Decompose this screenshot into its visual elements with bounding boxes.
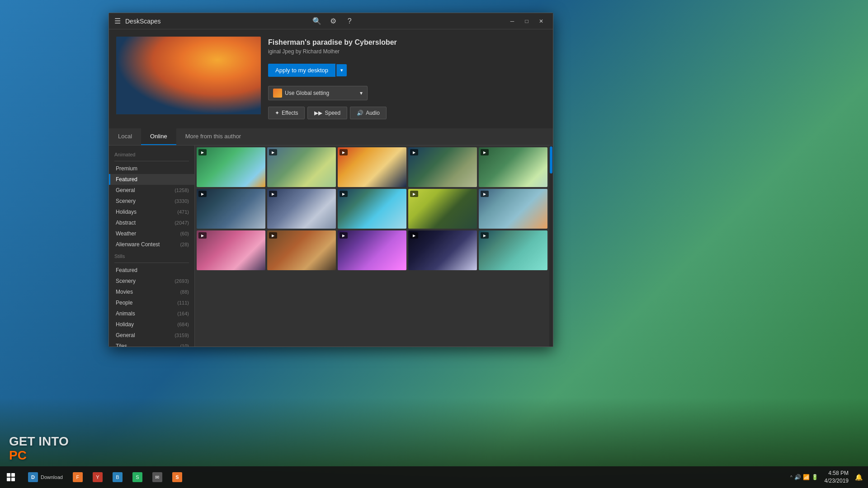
maximize-button[interactable]: □ — [520, 16, 533, 27]
sidebar-item-weather[interactable]: Weather (60) — [109, 228, 194, 239]
help-icon-btn[interactable]: ? — [343, 15, 356, 28]
taskbar-item-3[interactable]: Y — [88, 468, 107, 486]
settings-icon-btn[interactable]: ⚙ — [327, 15, 340, 28]
sidebar-item-abstract[interactable]: Abstract (2047) — [109, 217, 194, 228]
grid-item-10[interactable]: ▶ — [479, 189, 547, 229]
taskbar-tray: ^ 🔊 📶 🔋 — [790, 474, 818, 480]
sidebar-item-scenery-stills[interactable]: Scenery (2693) — [109, 276, 194, 286]
apply-button[interactable]: Apply to my desktop — [268, 64, 335, 77]
taskbar-item-mail[interactable]: ✉ — [148, 468, 167, 486]
grid-item-3[interactable]: ▶ — [338, 147, 406, 187]
taskbar-item-app[interactable]: S — [168, 468, 187, 486]
taskbar-icon-3: Y — [93, 472, 103, 482]
content-grid[interactable]: ▶ ▶ ▶ ▶ ▶ — [195, 145, 549, 347]
grid-item-1-image — [197, 147, 265, 187]
taskbar-clock[interactable]: 4:58 PM 4/23/2019 — [821, 469, 852, 485]
sidebar-count-scenery-animated: (3330) — [175, 198, 189, 204]
sidebar-item-featured-animated[interactable]: Featured — [109, 174, 194, 185]
video-icon-15: ▶ — [483, 234, 486, 238]
global-setting-label: Use Global setting — [285, 90, 329, 96]
audio-icon: 🔊 — [357, 110, 363, 116]
sidebar-item-holiday-stills[interactable]: Holiday (684) — [109, 319, 194, 330]
grid-item-4[interactable]: ▶ — [408, 147, 477, 187]
sidebar-item-general-animated[interactable]: General (1258) — [109, 185, 194, 196]
grid-item-15[interactable]: ▶ — [479, 230, 547, 270]
speed-button[interactable]: ▶▶ Speed — [307, 107, 347, 119]
sidebar-item-scenery-animated[interactable]: Scenery (3330) — [109, 196, 194, 206]
sidebar-item-premium[interactable]: Premium — [109, 163, 194, 174]
tab-local[interactable]: Local — [109, 128, 141, 145]
grid-item-9[interactable]: ▶ — [408, 189, 477, 229]
sidebar-label-movies: Movies — [116, 289, 133, 295]
search-icon-btn[interactable]: 🔍 — [311, 15, 323, 28]
tab-more-from-author[interactable]: More from this author — [176, 128, 250, 145]
tray-chevron[interactable]: ^ — [790, 475, 793, 480]
audio-button[interactable]: 🔊 Audio — [350, 107, 387, 119]
taskbar-item-2[interactable]: F — [68, 468, 87, 486]
grid-item-5-badge: ▶ — [481, 149, 489, 155]
taskbar-item-1[interactable]: D Download — [24, 468, 67, 486]
start-button[interactable] — [0, 466, 22, 488]
grid-item-12-image — [267, 230, 336, 270]
tab-online[interactable]: Online — [141, 128, 176, 145]
sidebar-count-holiday-stills: (684) — [177, 322, 189, 327]
content-scrollbar[interactable] — [549, 145, 553, 347]
sidebar-item-general-stills[interactable]: General (3159) — [109, 330, 194, 341]
grid-item-2[interactable]: ▶ — [267, 147, 336, 187]
taskbar-item-5[interactable]: S — [128, 468, 147, 486]
global-setting-arrow: ▾ — [360, 90, 363, 96]
grid-item-11-badge: ▶ — [198, 232, 207, 239]
sidebar-label-tiles: Tiles — [116, 343, 127, 347]
grid-item-1[interactable]: ▶ — [197, 147, 265, 187]
sidebar-count-people: (111) — [177, 300, 189, 305]
start-icon — [7, 473, 15, 481]
grid-item-15-image — [479, 230, 547, 270]
video-icon-9: ▶ — [413, 192, 415, 196]
sidebar-item-animals[interactable]: Animals (164) — [109, 308, 194, 319]
close-button[interactable]: ✕ — [535, 16, 547, 27]
sidebar-divider-1 — [114, 161, 189, 161]
sidebar-label-general-animated: General — [116, 187, 135, 193]
sidebar-item-people[interactable]: People (111) — [109, 297, 194, 308]
grid-item-5[interactable]: ▶ — [479, 147, 547, 187]
title-bar: ☰ DeskScapes 🔍 ⚙ ? ─ □ ✕ — [109, 13, 553, 29]
grid-item-1-badge: ▶ — [198, 149, 207, 155]
scrollbar-thumb[interactable] — [550, 146, 552, 174]
sidebar-label-featured-animated: Featured — [116, 176, 137, 183]
grid-item-12[interactable]: ▶ — [267, 230, 336, 270]
video-icon-14: ▶ — [413, 234, 415, 238]
grid-item-6[interactable]: ▶ — [197, 189, 265, 229]
taskbar-right: ^ 🔊 📶 🔋 4:58 PM 4/23/2019 🔔 — [790, 469, 868, 485]
grid-item-11[interactable]: ▶ — [197, 230, 265, 270]
tray-icon-3: 🔋 — [811, 474, 818, 480]
taskbar-date: 4/23/2019 — [825, 477, 849, 485]
sidebar-item-holidays[interactable]: Holidays (471) — [109, 206, 194, 217]
taskbar-item-4[interactable]: B — [108, 468, 127, 486]
grid-item-14-badge: ▶ — [410, 232, 418, 239]
grid-item-10-badge: ▶ — [481, 191, 489, 197]
sidebar-animated-label: Animated — [109, 148, 194, 159]
sidebar-count-abstract: (2047) — [175, 220, 189, 225]
sidebar-count-scenery-stills: (2693) — [175, 278, 189, 284]
grid-item-14[interactable]: ▶ — [408, 230, 477, 270]
grid-item-11-image — [197, 230, 265, 270]
apply-dropdown-button[interactable]: ▾ — [336, 64, 347, 76]
sidebar-item-alienware[interactable]: Alienware Contest (28) — [109, 239, 194, 250]
sidebar-item-featured-stills[interactable]: Featured — [109, 265, 194, 276]
sidebar-count-movies: (88) — [180, 289, 189, 295]
sidebar-item-tiles[interactable]: Tiles (10) — [109, 341, 194, 347]
main-area: Animated Premium Featured General (1258)… — [109, 145, 553, 347]
grid-item-10-image — [479, 189, 547, 229]
video-icon-1: ▶ — [201, 150, 204, 155]
sidebar-item-movies[interactable]: Movies (88) — [109, 286, 194, 297]
notification-icon[interactable]: 🔔 — [855, 474, 863, 481]
minimize-button[interactable]: ─ — [506, 16, 519, 27]
effects-button[interactable]: ✦ Effects — [268, 107, 305, 119]
taskbar-items: D Download F Y B S ✉ S — [22, 468, 790, 486]
grid-item-7[interactable]: ▶ — [267, 189, 336, 229]
grid-item-4-badge: ▶ — [410, 149, 418, 155]
global-setting-select[interactable]: Use Global setting ▾ — [268, 86, 368, 100]
grid-item-13[interactable]: ▶ — [338, 230, 406, 270]
hamburger-icon[interactable]: ☰ — [114, 17, 121, 25]
grid-item-8[interactable]: ▶ — [338, 189, 406, 229]
